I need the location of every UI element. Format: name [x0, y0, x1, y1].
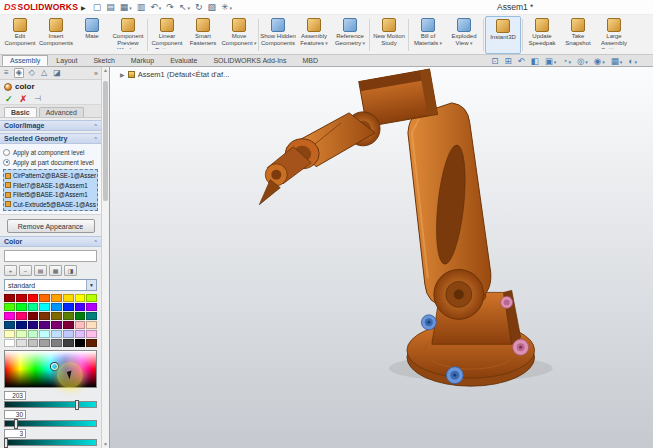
color-swatch[interactable]	[63, 339, 74, 347]
dimxpertmanager-tab[interactable]: △	[40, 69, 48, 77]
reference-geometry-button[interactable]: Reference Geometry ▾	[332, 16, 368, 54]
edit-appearance-icon[interactable]: ◉▾	[594, 57, 605, 66]
panel-scrollbar[interactable]: ▲ ▼	[101, 67, 109, 448]
radio-dot[interactable]	[3, 149, 10, 156]
slider-value[interactable]: 3	[4, 429, 26, 438]
color-swatch[interactable]	[86, 321, 97, 329]
tab-evaluate[interactable]: Evaluate	[162, 55, 205, 66]
color-swatch[interactable]	[86, 294, 97, 302]
geometry-list-item[interactable]: Cut-Extrude5@BASE-1@Assem1	[5, 200, 96, 210]
tab-solidworks-add-ins[interactable]: SOLIDWORKS Add-Ins	[205, 55, 294, 66]
previous-view-icon[interactable]: ↶	[518, 57, 525, 66]
color-swatch[interactable]	[51, 312, 62, 320]
delete-favorite-button[interactable]: −	[19, 265, 32, 276]
take-snapshot-button[interactable]: Take Snapshot	[560, 16, 596, 54]
color-swatch[interactable]	[39, 312, 50, 320]
undo-icon[interactable]: ↶▾	[150, 3, 161, 12]
propertymanager-tab[interactable]: ◈	[14, 68, 24, 78]
robot-arm-model[interactable]	[110, 67, 653, 448]
color-swatch[interactable]	[75, 294, 86, 302]
select-icon[interactable]: ↖▾	[179, 3, 190, 12]
assembly-tree-label[interactable]: Assem1 (Défaut<État d'af...	[138, 70, 230, 79]
insert-components-button[interactable]: Insert Components ▾	[38, 16, 74, 54]
color-swatch[interactable]	[86, 303, 97, 311]
color-swatch[interactable]	[75, 312, 86, 320]
hide-show-items-icon[interactable]: ◎▾	[577, 57, 588, 66]
section-color-image[interactable]: Color/Image ^	[0, 120, 101, 131]
color-swatch[interactable]	[16, 330, 27, 338]
move-component-button[interactable]: Move Component ▾	[221, 16, 257, 54]
color-swatch[interactable]	[16, 339, 27, 347]
update-speedpak-button[interactable]: Update Speedpak	[524, 16, 560, 54]
cancel-button[interactable]: ✗	[20, 94, 28, 104]
dropdown-arrow-icon[interactable]: ▼	[86, 280, 96, 290]
color-swatch[interactable]	[51, 321, 62, 329]
color-swatch[interactable]	[63, 294, 74, 302]
color-swatch[interactable]	[63, 330, 74, 338]
feature-tree-flyout[interactable]: ▶ Assem1 (Défaut<État d'af...	[120, 70, 229, 79]
color-swatch[interactable]	[4, 339, 15, 347]
color-swatch[interactable]	[16, 321, 27, 329]
color-swatch[interactable]	[39, 321, 50, 329]
large-assembly-settings-button[interactable]: Large Assembly Settings ▾	[596, 16, 632, 54]
color-swatch[interactable]	[28, 321, 39, 329]
show-hidden-components-button[interactable]: Show Hidden Components	[260, 16, 296, 54]
scrollbar-thumb[interactable]	[103, 81, 108, 201]
color-swatch[interactable]	[4, 330, 15, 338]
collapse-chevron-icon[interactable]: ^	[94, 239, 97, 245]
expand-tree-arrow-icon[interactable]: ▶	[120, 71, 125, 78]
tab-markup[interactable]: Markup	[123, 55, 162, 66]
scroll-down-arrow-icon[interactable]: ▼	[102, 441, 109, 448]
slider-track[interactable]	[4, 439, 97, 446]
smart-fasteners-button[interactable]: Smart Fasteners	[185, 16, 221, 54]
ok-button[interactable]: ✓	[5, 94, 13, 104]
mate-button[interactable]: Mate	[74, 16, 110, 54]
color-swatch[interactable]	[16, 312, 27, 320]
color-swatch[interactable]	[4, 294, 15, 302]
more-tabs-arrow-icon[interactable]: »	[94, 70, 98, 77]
color-swatch[interactable]	[51, 330, 62, 338]
color-swatch[interactable]	[63, 312, 74, 320]
bolt-blue-2[interactable]	[446, 367, 463, 384]
slider-track[interactable]	[4, 420, 97, 427]
color-gradient-picker[interactable]	[4, 350, 97, 388]
new-icon[interactable]: ▢	[93, 3, 102, 12]
tab-layout[interactable]: Layout	[48, 55, 85, 66]
pin-button[interactable]: ⊣	[34, 94, 41, 103]
graphics-area[interactable]: ▶ Assem1 (Défaut<État d'af...	[110, 67, 653, 448]
zoom-area-icon[interactable]: ⊞	[504, 57, 511, 66]
radio-dot[interactable]	[3, 159, 10, 166]
section-view-icon[interactable]: ◧	[531, 57, 539, 66]
selected-geometry-list[interactable]: CirPattern2@BASE-1@Assem1Fillet7@BASE-1@…	[3, 169, 98, 211]
swatch-set-dropdown[interactable]: standard ▼	[4, 279, 97, 291]
configurationmanager-tab[interactable]: ◇	[28, 69, 36, 77]
slider-value[interactable]: 30	[4, 410, 26, 419]
geometry-list-item[interactable]: CirPattern2@BASE-1@Assem1	[5, 171, 96, 181]
color-swatch[interactable]	[28, 294, 39, 302]
exploded-view-button[interactable]: Exploded View ▾	[446, 16, 482, 54]
open-icon[interactable]: ▤	[106, 3, 115, 12]
section-selected-geometry[interactable]: Selected Geometry ^	[0, 133, 101, 144]
color-swatch[interactable]	[75, 321, 86, 329]
color-swatch[interactable]	[4, 303, 15, 311]
slider-thumb[interactable]	[4, 438, 8, 448]
view-orientation-icon[interactable]: ▣▾	[545, 57, 557, 66]
color-swatch[interactable]	[75, 339, 86, 347]
displaymanager-tab[interactable]: ◪	[52, 69, 62, 77]
file-properties-icon[interactable]: ▧	[208, 3, 217, 12]
color-swatch[interactable]	[16, 303, 27, 311]
apply-scene-icon[interactable]: ▦▾	[611, 57, 623, 66]
section-color[interactable]: Color ^	[0, 236, 101, 247]
save-icon[interactable]: ▦▾	[120, 3, 132, 12]
add-favorite-button[interactable]: +	[4, 265, 17, 276]
bolt-pink-2[interactable]	[501, 296, 513, 308]
assembly-features-button[interactable]: Assembly Features ▾	[296, 16, 332, 54]
bolt-pink-1[interactable]	[513, 339, 529, 355]
save-favorites-button[interactable]: ▦	[49, 265, 62, 276]
radio-apply-part-document-level[interactable]: Apply at part document level	[3, 157, 98, 167]
tab-sketch[interactable]: Sketch	[85, 55, 122, 66]
component-preview-window-button[interactable]: Component Preview Window	[110, 16, 146, 54]
geometry-list-item[interactable]: Fillet7@BASE-1@Assem1	[5, 181, 96, 191]
instant3d-button[interactable]: Instant3D	[485, 16, 521, 54]
color-swatch[interactable]	[63, 303, 74, 311]
